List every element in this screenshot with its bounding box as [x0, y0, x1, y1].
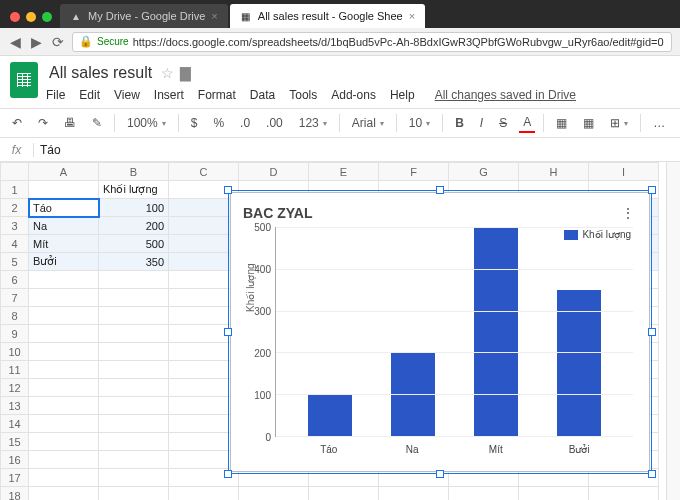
- cell[interactable]: [29, 451, 99, 469]
- url-field[interactable]: 🔒 Secure https://docs.google.com/spreads…: [72, 32, 672, 52]
- zoom-dropdown[interactable]: 100%: [123, 114, 170, 132]
- cell[interactable]: [379, 487, 449, 501]
- changes-saved-label[interactable]: All changes saved in Drive: [435, 88, 576, 102]
- strikethrough-button[interactable]: S: [495, 114, 511, 132]
- cell[interactable]: 200: [99, 217, 169, 235]
- close-tab-icon[interactable]: ×: [211, 10, 217, 22]
- cell[interactable]: [99, 451, 169, 469]
- cell[interactable]: [169, 325, 239, 343]
- cell[interactable]: [449, 487, 519, 501]
- cell[interactable]: [29, 361, 99, 379]
- cell[interactable]: [169, 181, 239, 199]
- browser-tab-drive[interactable]: ▲ My Drive - Google Drive ×: [60, 4, 228, 28]
- cell[interactable]: Khối lượng: [99, 181, 169, 199]
- cell[interactable]: [169, 271, 239, 289]
- cell[interactable]: [99, 307, 169, 325]
- cell[interactable]: [169, 217, 239, 235]
- cell[interactable]: Na: [29, 217, 99, 235]
- column-header[interactable]: A: [29, 163, 99, 181]
- cell[interactable]: 100: [99, 199, 169, 217]
- row-header[interactable]: 15: [1, 433, 29, 451]
- percent-button[interactable]: %: [209, 114, 228, 132]
- row-header[interactable]: 1: [1, 181, 29, 199]
- column-header[interactable]: F: [379, 163, 449, 181]
- cell[interactable]: [169, 397, 239, 415]
- more-toolbar-button[interactable]: …: [649, 114, 669, 132]
- row-header[interactable]: 8: [1, 307, 29, 325]
- cell[interactable]: 350: [99, 253, 169, 271]
- row-header[interactable]: 12: [1, 379, 29, 397]
- undo-button[interactable]: ↶: [8, 114, 26, 132]
- cell[interactable]: [169, 199, 239, 217]
- menu-view[interactable]: View: [114, 88, 140, 102]
- embedded-chart[interactable]: BAC ZYAL ⋮ Khối lượng Khối lượng 0100200…: [230, 192, 650, 472]
- row-header[interactable]: 16: [1, 451, 29, 469]
- cell[interactable]: [589, 487, 659, 501]
- column-header[interactable]: G: [449, 163, 519, 181]
- cell[interactable]: [99, 487, 169, 501]
- cell[interactable]: [99, 379, 169, 397]
- row-header[interactable]: 10: [1, 343, 29, 361]
- cell[interactable]: [99, 469, 169, 487]
- cell[interactable]: [169, 253, 239, 271]
- menu-addons[interactable]: Add-ons: [331, 88, 376, 102]
- redo-button[interactable]: ↷: [34, 114, 52, 132]
- increase-decimal-button[interactable]: .00: [262, 114, 287, 132]
- cell[interactable]: [169, 451, 239, 469]
- bold-button[interactable]: B: [451, 114, 468, 132]
- cell[interactable]: [99, 361, 169, 379]
- cell[interactable]: [99, 325, 169, 343]
- cell[interactable]: [169, 379, 239, 397]
- row-header[interactable]: 13: [1, 397, 29, 415]
- cell[interactable]: 500: [99, 235, 169, 253]
- cell[interactable]: [169, 487, 239, 501]
- cell[interactable]: [99, 289, 169, 307]
- minimize-window-icon[interactable]: [26, 12, 36, 22]
- cell[interactable]: Bưởi: [29, 253, 99, 271]
- cell[interactable]: [29, 325, 99, 343]
- cell[interactable]: [99, 415, 169, 433]
- maximize-window-icon[interactable]: [42, 12, 52, 22]
- row-header[interactable]: 3: [1, 217, 29, 235]
- row-header[interactable]: 9: [1, 325, 29, 343]
- chart-menu-icon[interactable]: ⋮: [621, 205, 635, 221]
- explore-sidebar-collapsed[interactable]: [666, 162, 680, 500]
- cell[interactable]: [169, 469, 239, 487]
- browser-tab-sheets[interactable]: ▦ All sales result - Google Shee ×: [230, 4, 425, 28]
- cell[interactable]: [29, 433, 99, 451]
- italic-button[interactable]: I: [476, 114, 487, 132]
- cell[interactable]: [99, 271, 169, 289]
- cell[interactable]: [29, 343, 99, 361]
- cell[interactable]: [169, 289, 239, 307]
- cell[interactable]: [169, 235, 239, 253]
- spreadsheet-area[interactable]: ABCDEFGHI1Khối lượng2Táo1003Na2004Mít500…: [0, 162, 680, 500]
- menu-insert[interactable]: Insert: [154, 88, 184, 102]
- window-controls[interactable]: [4, 12, 60, 28]
- cell[interactable]: [309, 487, 379, 501]
- menu-format[interactable]: Format: [198, 88, 236, 102]
- paint-format-button[interactable]: ✎: [88, 114, 106, 132]
- row-header[interactable]: 5: [1, 253, 29, 271]
- folder-icon[interactable]: ▇: [180, 65, 191, 81]
- close-window-icon[interactable]: [10, 12, 20, 22]
- chart-title[interactable]: BAC ZYAL: [243, 205, 641, 221]
- row-header[interactable]: 7: [1, 289, 29, 307]
- merge-button[interactable]: ⊞: [606, 114, 632, 132]
- row-header[interactable]: 14: [1, 415, 29, 433]
- column-header[interactable]: B: [99, 163, 169, 181]
- formula-input[interactable]: Táo: [34, 143, 61, 157]
- document-title[interactable]: All sales result: [46, 62, 155, 84]
- currency-button[interactable]: $: [187, 114, 202, 132]
- cell[interactable]: [29, 307, 99, 325]
- cell[interactable]: [239, 487, 309, 501]
- column-header[interactable]: C: [169, 163, 239, 181]
- reload-button[interactable]: ⟳: [50, 34, 66, 50]
- menu-data[interactable]: Data: [250, 88, 275, 102]
- cell[interactable]: [29, 271, 99, 289]
- cell[interactable]: [29, 469, 99, 487]
- menu-help[interactable]: Help: [390, 88, 415, 102]
- cell[interactable]: [29, 379, 99, 397]
- cell[interactable]: [29, 397, 99, 415]
- font-family-dropdown[interactable]: Arial: [348, 114, 388, 132]
- cell[interactable]: [519, 487, 589, 501]
